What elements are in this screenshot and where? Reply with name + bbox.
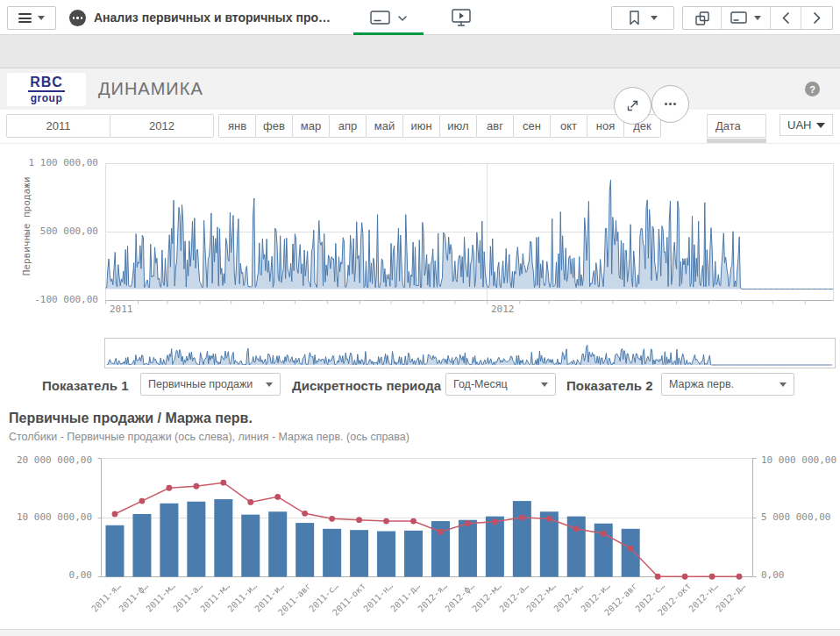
chevron-down-icon [398,16,407,22]
month-button-янв[interactable]: янв [218,114,256,138]
combo-x-label-2012-дек: 2012-д… [715,581,748,614]
sheet-icon [370,11,390,27]
indicator2-value: Маржа перв. [669,378,734,390]
divider [0,143,840,144]
chevron-down-icon [816,123,825,128]
month-button-авг[interactable]: авг [476,114,514,138]
combo-bar-line-chart[interactable] [0,443,840,583]
month-button-июл[interactable]: июл [439,114,477,138]
range-scrollbar[interactable] [104,338,836,368]
logo-text-top: RBC [28,75,65,92]
currency-value: UAH [787,118,811,132]
expand-icon [624,97,641,114]
month-button-апр[interactable]: апр [329,114,367,138]
month-button-мар[interactable]: мар [292,114,330,138]
indicator2-label: Показатель 2 [566,378,653,393]
combo-x-label-2011-май: 2011-м… [199,581,232,614]
year-button-2012[interactable]: 2012 [110,114,214,138]
presentation-mode-button[interactable] [449,7,473,28]
bookmark-icon [629,11,640,25]
combo-x-label-2011-дек: 2011-д… [388,581,422,614]
range-scrollbar-chart[interactable] [105,339,835,368]
sheets-overview-button[interactable] [683,7,721,29]
month-button-окт[interactable]: окт [550,114,587,138]
date-listbox[interactable]: Дата [707,114,766,138]
sheet-icon [730,11,747,25]
presentation-icon [452,9,471,27]
indicator2-dropdown[interactable]: Маржа перв. [661,373,794,396]
sheets-icon [695,11,709,25]
help-button[interactable]: ? [805,82,820,96]
next-sheet-button[interactable] [801,7,832,29]
chevron-down-icon [779,382,787,387]
combo-chart-subtitle: Столбики - Первичные продажи (ось слева)… [9,431,409,443]
global-menu-button[interactable] [7,6,56,30]
more-options-button[interactable] [651,85,689,123]
ellipsis-icon [73,17,83,19]
indicator1-label: Показатель 1 [42,378,129,393]
combo-x-label-2011-июн: 2011-и… [225,581,259,614]
combo-x-label-2012-янв: 2012-я… [416,581,449,614]
period-label: Дискретность периода [292,378,441,393]
combo-chart-title: Первичные продажи / Маржа перв. [9,411,253,426]
logo-text-bottom: group [31,93,63,104]
combo-x-label-2011-ноя: 2011-н… [361,581,395,614]
chevron-right-icon [814,12,821,24]
chevron-left-icon [782,12,789,24]
chevron-down-icon [754,16,761,20]
chevron-down-icon [651,16,658,20]
ellipsis-icon [662,96,679,112]
prev-sheet-button[interactable] [770,7,801,29]
year-button-2011[interactable]: 2011 [6,114,110,138]
month-button-июн[interactable]: июн [402,114,440,138]
month-button-фев[interactable]: фев [255,114,293,138]
date-listbox-label: Дата [715,119,741,132]
fullscreen-expand-button[interactable] [614,87,651,125]
top-toolbar: Анализ первичных и вторичных про… [0,0,840,35]
page-title: ДИНАМИКА [98,79,203,99]
sheet-navigation-group [682,6,833,30]
period-dropdown[interactable]: Год-Месяц [445,373,556,396]
month-filter-group: янвфевмарапрмайиюниюлавгсеноктноядек [219,114,661,138]
chevron-down-icon [541,382,548,387]
month-button-май[interactable]: май [366,114,403,138]
rbc-group-logo: RBC group [7,73,86,106]
bookmarks-button[interactable] [611,6,674,30]
month-button-сен[interactable]: сен [513,114,551,138]
indicator1-value: Первичные продажи [148,378,253,390]
daily-sales-area-chart[interactable] [0,145,840,333]
currency-dropdown[interactable]: UAH [779,114,833,136]
sheet-selector-button[interactable] [353,4,424,35]
app-title: Анализ первичных и вторичных про… [94,11,331,25]
year-filter-group: 20112012 [7,114,214,138]
app-window: Анализ первичных и вторичных про… [0,0,840,636]
period-value: Год-Месяц [453,378,508,390]
sheet-dropdown-button[interactable] [721,7,769,29]
indicator1-dropdown[interactable]: Первичные продажи [140,373,281,396]
bottom-strip [0,629,840,636]
selections-bar: Применены скрытые выборки Выборки [0,35,840,68]
app-info-button[interactable] [69,10,86,26]
chevron-down-icon [38,16,45,20]
chevron-down-icon [266,382,273,387]
hamburger-icon [18,11,32,25]
